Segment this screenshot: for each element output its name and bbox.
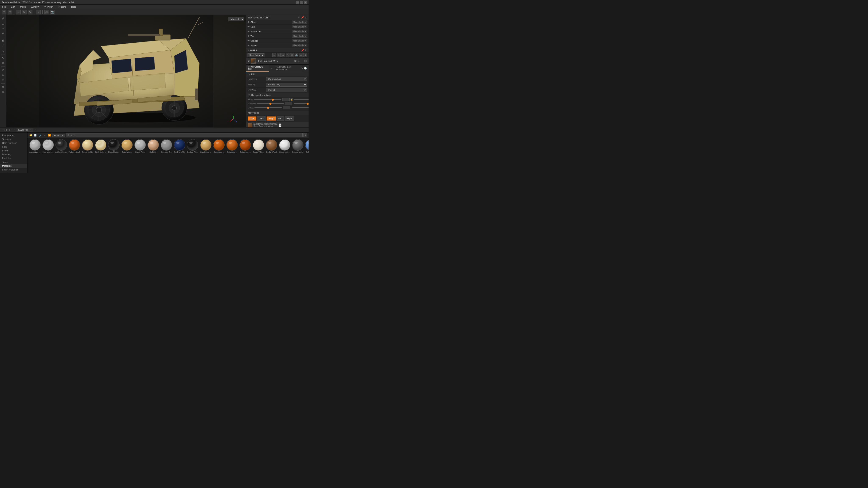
geometry-tool[interactable]: △ (1, 48, 5, 53)
visibility-icon[interactable]: 👁 (248, 26, 250, 28)
material-item[interactable]: Brass Pure (133, 139, 147, 172)
transform-tool[interactable]: ⊕ (1, 61, 5, 65)
shelf-category-hard-surfaces[interactable]: Hard Surfaces (0, 141, 27, 145)
shelf-grid-view-btn[interactable]: ⊞ (304, 133, 307, 137)
bake-layer-btn[interactable]: ⊛ (299, 53, 303, 57)
mat-btn-height[interactable]: height (285, 117, 294, 121)
eraser-tool[interactable]: ◻ (1, 21, 5, 26)
texture-set-item[interactable]: 👁 Glass Main shader ▾ (246, 20, 309, 25)
menu-file[interactable]: File (1, 5, 7, 8)
shelf-category-skin[interactable]: Skin (0, 145, 27, 149)
layers-pin-btn[interactable]: 📌 (301, 49, 304, 52)
properties-clock-btn[interactable]: 🕐 (304, 67, 307, 70)
material-item[interactable]: Aluminium ... (28, 139, 41, 172)
material-item[interactable]: Birch Light ... (94, 139, 107, 172)
material-item[interactable]: Cedar Wood (265, 139, 278, 172)
material-item[interactable]: Cataphote ... (239, 139, 252, 172)
brush-tool[interactable]: ⬡ (1, 78, 5, 83)
render-button[interactable]: ○ (36, 10, 41, 14)
move-button[interactable]: ↔ (16, 10, 21, 14)
tab-properties-fill[interactable]: PROPERTIES - FILL (246, 65, 269, 72)
mat-btn-color[interactable]: color (248, 117, 256, 121)
texture-set-settings-btn[interactable]: ⚙ (298, 16, 300, 19)
offset-input-x[interactable]: 0 (283, 106, 290, 109)
mat-btn-metal[interactable]: metal (257, 117, 266, 121)
grid2-button[interactable]: ⊡ (8, 10, 12, 14)
scale-slider-x[interactable] (254, 99, 281, 100)
group-layer-btn[interactable]: ▥ (290, 53, 294, 57)
material-item[interactable]: Camden B... (160, 139, 173, 172)
visibility-icon[interactable]: 👁 (248, 35, 250, 37)
menu-edit[interactable]: Edit (10, 5, 16, 8)
menu-mode[interactable]: Mode (19, 5, 27, 8)
minimize-button[interactable]: ─ (296, 1, 299, 4)
material-item[interactable]: Cataphote ... (212, 139, 225, 172)
text-tool[interactable]: T (1, 43, 5, 48)
texture-set-item[interactable]: 👁 Vehicle Main shader ▾ (246, 38, 309, 43)
texture-set-item[interactable]: 👁 Gun Main shader ▾ (246, 25, 309, 29)
shelf-tab-materials-close[interactable]: ✕ (35, 129, 36, 131)
uv-transforms-header[interactable]: ▼ UV transformations (246, 93, 309, 97)
shelf-category-particles[interactable]: Particles (0, 156, 27, 160)
shelf-tab-shelf-close[interactable]: ✕ (13, 129, 15, 131)
close-button[interactable]: ✕ (304, 1, 307, 4)
camera-button[interactable]: 🎥 (44, 10, 49, 14)
material-item[interactable]: Baked Light... (81, 139, 94, 172)
duplicate-layer-btn[interactable]: ⬡ (286, 53, 289, 57)
viewport[interactable]: Material X Y Z (6, 15, 246, 127)
scale-button[interactable]: ⇲ (28, 10, 32, 14)
rotate-button[interactable]: ↻ (22, 10, 27, 14)
grid-view-button[interactable]: ⊞ (2, 10, 6, 14)
material-item[interactable]: Bond Vari... (120, 139, 133, 172)
material-item[interactable]: Cataphote ... (225, 139, 239, 172)
shelf-tab-shelf[interactable]: SHELF (1, 128, 12, 132)
material-item[interactable]: Car Paint M... (173, 139, 186, 172)
texture-set-item[interactable]: 👁 Tire Main shader ▾ (246, 34, 309, 38)
material-item[interactable]: Calf Skin (147, 139, 160, 172)
rotation-slider-y[interactable] (294, 103, 309, 104)
shelf-category-textures[interactable]: Textures (0, 137, 27, 141)
properties-icon-btn[interactable]: 🖻 (301, 67, 303, 70)
menu-plugins[interactable]: Plugins (57, 5, 67, 8)
shelf-edit-btn[interactable]: ✏ (43, 133, 46, 137)
texture-set-item[interactable]: 👁 Wheel Main shader ▾ (246, 43, 309, 48)
screenshot-button[interactable]: 📷 (50, 10, 55, 14)
shelf-search-input[interactable] (66, 133, 303, 137)
projection-select[interactable]: UV projection (266, 77, 307, 81)
clone-tool[interactable]: ✦ (1, 31, 5, 36)
shelf-category-brushes[interactable]: Brushes (0, 153, 27, 156)
shelf-tab-materials[interactable]: MATERIALS (17, 128, 33, 132)
fill-section-header[interactable]: ▼ FILL (246, 72, 309, 76)
texture-set-close-btn[interactable]: ✕ (305, 16, 307, 19)
bake-tool[interactable]: ⊛ (1, 90, 5, 94)
filtering-select[interactable]: Bilinear | HQ (266, 83, 307, 87)
material-item[interactable]: Cobalt Pure (304, 139, 309, 172)
channel-select[interactable]: Base Color (248, 53, 265, 57)
tab-texture-set-settings[interactable]: TEXTURE SET SETTINGS (274, 65, 302, 72)
menu-viewport[interactable]: Viewport (43, 5, 55, 8)
material-item[interactable]: Aluminium ... (41, 139, 55, 172)
material-item[interactable]: Cedar Whit... (252, 139, 265, 172)
smudge-tool[interactable]: 〜 (1, 26, 5, 31)
texture-set-pin-btn[interactable]: 📌 (301, 16, 304, 19)
shelf-category-smart-masks[interactable]: Smart masks (0, 171, 27, 173)
material-item[interactable]: Carbon Fiber (186, 139, 199, 172)
properties-fill-close-btn[interactable]: ✕ (269, 66, 274, 70)
substance-mode-close-btn[interactable]: ✕ (279, 124, 281, 127)
material-item[interactable]: Chromatic ... (278, 139, 291, 172)
visibility-icon[interactable]: 👁 (248, 30, 250, 33)
layer-mask-tool[interactable]: ⊙ (1, 85, 5, 89)
layers-close-btn[interactable]: ✕ (305, 49, 307, 52)
texture-set-item[interactable]: 👁 Spare Tire Main shader ▾ (246, 29, 309, 34)
material-item[interactable]: Artificial Lea... (55, 139, 68, 172)
layer-visibility-toggle[interactable]: 👁 (248, 60, 250, 62)
scale-slider-y[interactable] (294, 99, 309, 100)
shelf-category-materials[interactable]: Materials (0, 164, 27, 168)
material-item[interactable]: Autumn Leaf (68, 139, 81, 172)
mat-btn-rough[interactable]: rough (267, 117, 276, 121)
material-item[interactable]: Black Rubb... (107, 139, 120, 172)
material-item[interactable]: Cardboard ... (199, 139, 212, 172)
shelf-category-filters[interactable]: Filters (0, 149, 27, 153)
picker-tool[interactable]: ✐ (1, 68, 5, 72)
scale-lock-btn[interactable]: 🔒 (290, 98, 293, 101)
